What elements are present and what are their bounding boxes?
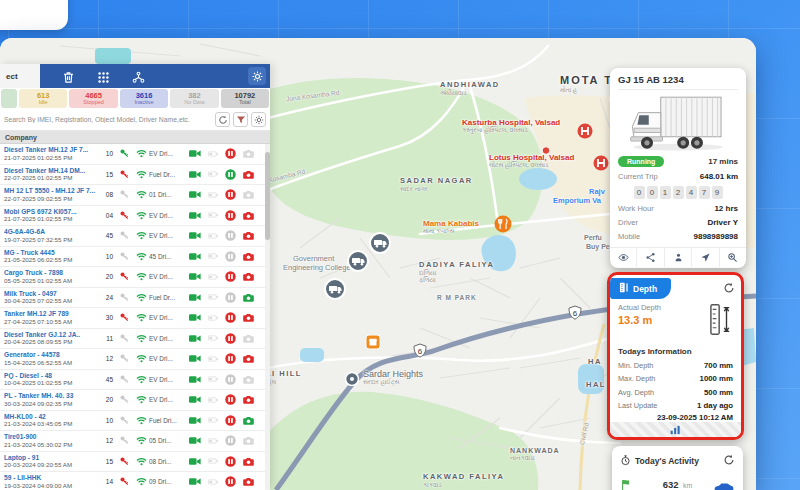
status-icon[interactable] [225, 292, 236, 303]
video-camera-icon[interactable] [189, 457, 201, 466]
settings-gear-icon[interactable] [248, 67, 266, 85]
video-camera-icon[interactable] [189, 149, 201, 158]
grid-icon[interactable] [97, 70, 110, 83]
chart-icon[interactable] [670, 421, 681, 439]
status-icon[interactable] [225, 333, 236, 344]
status-icon[interactable] [225, 312, 236, 323]
status-icon[interactable] [225, 210, 236, 221]
vehicle-row[interactable]: Diesel Tanker MH.14 DM... 22-07-2025 01:… [0, 165, 270, 186]
vehicle-row[interactable]: Diesel Tanker MH.12 JF 7... 21-07-2025 0… [0, 144, 270, 165]
vehicle-row[interactable]: PQ - Diesel - 48 10-04-2025 01:02:55 PM … [0, 370, 270, 391]
activity-refresh-icon[interactable] [723, 452, 735, 470]
vehicle-row[interactable]: PL - Tanker MH. 40. 33 30-03-2024 09:02:… [0, 390, 270, 411]
zoom-in-icon[interactable] [719, 248, 746, 267]
video-camera-icon[interactable] [189, 334, 201, 343]
camera-icon[interactable] [243, 395, 254, 404]
camera-icon[interactable] [243, 272, 254, 281]
tab-object[interactable]: ect [0, 64, 40, 88]
vehicle-cluster-marker[interactable] [369, 232, 391, 258]
vehicle-name[interactable]: PQ - Diesel - 48 [4, 372, 100, 380]
camera-icon[interactable] [243, 457, 254, 466]
status-icon[interactable] [225, 415, 236, 426]
camera-icon[interactable] [243, 231, 254, 240]
vehicle-row[interactable]: Cargo Truck - 7898 05-05-2025 01:02:55 A… [0, 267, 270, 288]
video-camera-icon[interactable] [189, 395, 201, 404]
vehicle-name[interactable]: MH 12 LT 5550 - MH.12 JF 7... [4, 187, 100, 195]
navigate-icon[interactable] [691, 248, 718, 267]
video-camera-icon[interactable] [189, 416, 201, 425]
vehicle-row[interactable]: 59 - LII-HHK 19-03-2024 04:09:00 AM 14 0… [0, 472, 270, 490]
shop-marker[interactable] [366, 335, 381, 354]
hospital-marker[interactable] [577, 123, 593, 143]
camera-icon[interactable] [243, 211, 254, 220]
vehicle-name[interactable]: Laptop - 91 [4, 454, 100, 462]
camera-icon[interactable] [243, 149, 254, 158]
camera-icon[interactable] [243, 252, 254, 261]
vehicle-name[interactable]: MG - Truck 4445 [4, 249, 100, 257]
camera-icon[interactable] [243, 375, 254, 384]
depth-refresh-icon[interactable] [723, 280, 735, 298]
camera-icon[interactable] [243, 334, 254, 343]
video-camera-icon[interactable] [189, 293, 201, 302]
stat-chip-inactive[interactable]: 3616 Inactive [120, 89, 168, 108]
camera-icon[interactable] [243, 436, 254, 445]
status-icon[interactable] [225, 271, 236, 282]
vehicle-name[interactable]: 4G-6A-4G-6A [4, 228, 100, 236]
vehicle-cluster-marker[interactable] [347, 250, 369, 276]
map-dot-marker[interactable] [345, 372, 360, 391]
vehicle-row[interactable]: MH 12 LT 5550 - MH.12 JF 7... 22-07-2025… [0, 185, 270, 206]
share-icon[interactable] [636, 248, 663, 267]
vehicle-row[interactable]: MG - Truck 4445 21-05-2025 06:02:55 PM 1… [0, 247, 270, 268]
group-header[interactable]: Company [0, 131, 270, 144]
video-camera-icon[interactable] [189, 313, 201, 322]
video-camera-icon[interactable] [189, 211, 201, 220]
stat-chip-running[interactable] [1, 89, 17, 108]
video-camera-icon[interactable] [189, 190, 201, 199]
video-camera-icon[interactable] [189, 272, 201, 281]
camera-icon[interactable] [243, 170, 254, 179]
vehicle-cluster-marker[interactable] [324, 278, 346, 304]
status-icon[interactable] [225, 251, 236, 262]
vehicle-name[interactable]: MH-KL00 - 42 [4, 413, 100, 421]
refresh-icon[interactable] [215, 112, 230, 127]
camera-icon[interactable] [243, 190, 254, 199]
camera-icon[interactable] [243, 354, 254, 363]
status-icon[interactable] [225, 230, 236, 241]
vehicle-row[interactable]: Milk Truck - 0497 30-04-2025 07:02:55 AM… [0, 288, 270, 309]
video-camera-icon[interactable] [189, 170, 201, 179]
search-input[interactable] [4, 116, 212, 123]
scrollbar[interactable] [265, 144, 270, 490]
settings-icon[interactable] [251, 112, 266, 127]
stat-chip-total[interactable]: 10792 Total [221, 89, 269, 108]
camera-icon[interactable] [243, 293, 254, 302]
filter-icon[interactable] [233, 112, 248, 127]
vehicle-name[interactable]: Tire01-900 [4, 433, 100, 441]
video-camera-icon[interactable] [189, 252, 201, 261]
vehicle-name[interactable]: Milk Truck - 0497 [4, 290, 100, 298]
video-camera-icon[interactable] [189, 354, 201, 363]
vehicle-name[interactable]: Diesel Tanker GJ.12 JA.. [4, 331, 100, 339]
vehicle-row[interactable]: 4G-6A-4G-6A 19-07-2025 07:32:55 PM 45 EV… [0, 226, 270, 247]
vehicle-name[interactable]: Diesel Tanker MH.12 JF 7... [4, 146, 100, 154]
status-icon[interactable] [225, 394, 236, 405]
stat-chip-stopped[interactable]: 4665 Stopped [69, 89, 117, 108]
vehicle-name[interactable]: PL - Tanker MH. 40. 33 [4, 392, 100, 400]
vehicle-name[interactable]: Tanker MH.12 JF 789 [4, 310, 100, 318]
video-camera-icon[interactable] [189, 231, 201, 240]
map-dot-marker[interactable] [542, 141, 551, 159]
vehicle-row[interactable]: Diesel Tanker GJ.12 JA.. 20-04-2025 08:0… [0, 329, 270, 350]
highway-shield[interactable]: 6 [412, 343, 428, 363]
eye-icon[interactable] [610, 248, 636, 267]
video-camera-icon[interactable] [189, 436, 201, 445]
status-icon[interactable] [225, 169, 236, 180]
camera-icon[interactable] [243, 477, 254, 486]
vehicle-row[interactable]: Laptop - 91 20-03-2024 09:20:55 AM 15 08… [0, 452, 270, 473]
hospital-marker[interactable] [593, 155, 609, 175]
status-icon[interactable] [225, 189, 236, 200]
status-icon[interactable] [225, 374, 236, 385]
vehicle-name[interactable]: Cargo Truck - 7898 [4, 269, 100, 277]
video-camera-icon[interactable] [189, 375, 201, 384]
vehicle-row[interactable]: Generator - 44578 15-04-2025 06:52:55 AM… [0, 349, 270, 370]
status-icon[interactable] [225, 148, 236, 159]
vehicle-name[interactable]: Generator - 44578 [4, 351, 100, 359]
